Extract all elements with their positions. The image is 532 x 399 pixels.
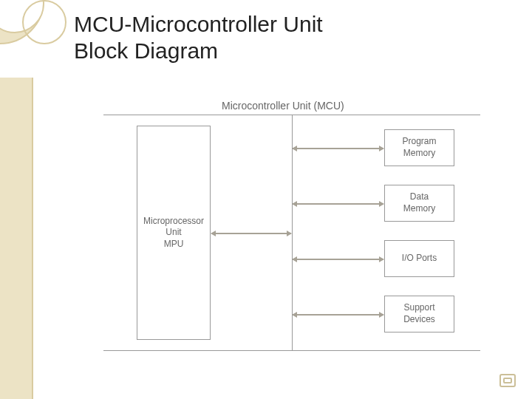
arrow-bus-io-ports xyxy=(293,259,383,260)
arrow-bus-program-memory xyxy=(293,148,383,149)
support-devices-label: SupportDevices xyxy=(403,302,435,325)
arrow-bus-data-memory xyxy=(293,203,383,205)
slide-template-icon xyxy=(499,374,516,387)
title-line-1: MCU-Microcontroller Unit xyxy=(74,12,323,36)
program-memory-label: ProgramMemory xyxy=(402,136,436,159)
title-line-2: Block Diagram xyxy=(74,38,218,63)
data-memory-label: DataMemory xyxy=(403,191,435,214)
arrow-mpu-bus xyxy=(211,233,291,234)
slide-title: MCU-Microcontroller Unit Block Diagram xyxy=(74,11,488,64)
support-devices-block: SupportDevices xyxy=(384,296,454,332)
program-memory-block: ProgramMemory xyxy=(384,129,454,166)
data-memory-block: DataMemory xyxy=(384,185,454,222)
arrow-bus-support-devices xyxy=(293,314,383,316)
mpu-block: MicroprocessorUnitMPU xyxy=(137,126,211,340)
mpu-label: MicroprocessorUnitMPU xyxy=(143,216,204,250)
slide-decoration xyxy=(22,0,66,44)
diagram-caption: Microcontroller Unit (MCU) xyxy=(222,100,344,112)
slide-decoration xyxy=(0,78,33,399)
io-ports-block: I/O Ports xyxy=(384,240,454,277)
io-ports-label: I/O Ports xyxy=(402,253,437,265)
mcu-block-diagram: MicroprocessorUnitMPU ProgramMemory Data… xyxy=(103,115,480,351)
